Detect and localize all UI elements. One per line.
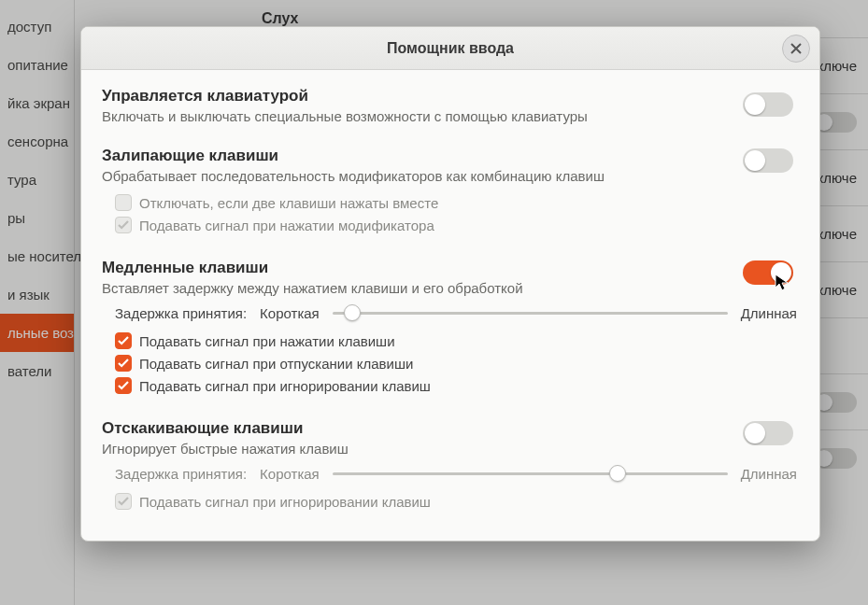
bounce-delay-slider [333,464,728,483]
dialog-title: Помощник ввода [387,40,514,57]
section-desc: Включать и выключать специальные возможн… [102,108,799,124]
section-sticky-keys: Залипающие клавиши Обрабатывает последов… [102,147,799,236]
checkbox-label: Подавать сигнал при нажатии модификатора [139,218,434,233]
bounce-delay-row: Задержка принятия: Короткая Длинная [115,464,797,483]
slow-beep-reject-row[interactable]: Подавать сигнал при игнорировании клавиш [115,374,799,397]
bounce-keys-toggle[interactable] [743,421,793,445]
section-bounce-keys: Отскакивающие клавиши Игнорирует быстрые… [102,419,799,513]
checkbox-label: Подавать сигнал при игнорировании клавиш [139,494,431,510]
sticky-keys-toggle[interactable] [743,148,793,173]
keyboard-control-toggle[interactable] [743,92,793,117]
slider-label: Задержка принятия: [115,466,247,482]
sticky-disable-two-row: Отключать, если две клавиши нажаты вмест… [115,191,799,214]
bounce-beep-reject-row: Подавать сигнал при игнорировании клавиш [115,490,799,513]
section-title: Залипающие клавиши [102,147,799,165]
sticky-beep-modifier-row: Подавать сигнал при нажатии модификатора [115,214,799,236]
checkbox-label: Подавать сигнал при нажатии клавиши [139,333,395,349]
dialog-header: Помощник ввода [81,27,819,70]
checkbox[interactable] [115,355,132,372]
slider-max-label: Длинная [741,305,797,321]
checkbox-label: Подавать сигнал при игнорировании клавиш [139,378,431,394]
section-desc: Вставляет задержку между нажатием клавиш… [102,280,799,296]
slow-keys-toggle[interactable] [743,260,793,285]
slider-label: Задержка принятия: [115,305,247,321]
section-title: Отскакивающие клавиши [102,419,799,438]
checkbox [115,493,132,510]
checkbox [115,194,132,211]
slow-beep-press-row[interactable]: Подавать сигнал при нажатии клавиши [115,330,799,352]
slider-max-label: Длинная [741,466,797,482]
close-icon [790,43,802,54]
checkbox[interactable] [115,377,132,394]
slider-min-label: Короткая [260,305,320,321]
slow-delay-row: Задержка принятия: Короткая Длинная [115,303,797,322]
slow-beep-release-row[interactable]: Подавать сигнал при отпускании клавиши [115,352,799,374]
slider-min-label: Короткая [260,466,320,482]
checkbox [115,217,132,233]
section-slow-keys: Медленные клавиши Вставляет задержку меж… [102,259,799,397]
slow-delay-slider[interactable] [333,303,728,322]
section-desc: Обрабатывает последовательность модифика… [102,168,799,184]
section-keyboard-control: Управляется клавиатурой Включать и выклю… [102,87,799,124]
checkbox[interactable] [115,332,132,349]
typing-assist-dialog: Помощник ввода Управляется клавиатурой В… [80,26,820,542]
checkbox-label: Отключать, если две клавиши нажаты вмест… [139,195,438,211]
section-desc: Игнорирует быстрые нажатия клавиш [102,441,799,457]
section-title: Управляется клавиатурой [102,87,799,106]
checkbox-label: Подавать сигнал при отпускании клавиши [139,356,413,372]
section-title: Медленные клавиши [102,259,799,277]
close-button[interactable] [782,35,810,63]
